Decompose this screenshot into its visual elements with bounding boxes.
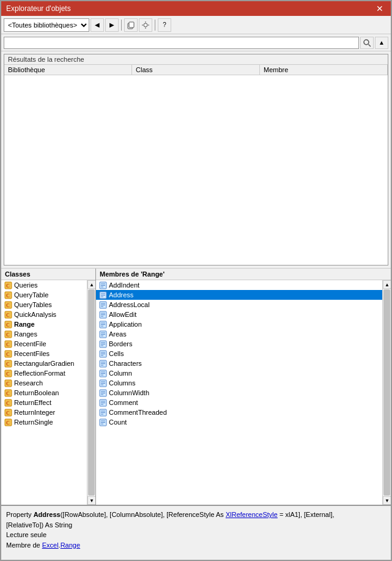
classes-header: Classes: [1, 269, 95, 280]
class-list-item[interactable]: C ReturnEffect: [1, 398, 87, 407]
class-icon: C: [4, 418, 12, 426]
member-list-item[interactable]: Characters: [96, 359, 382, 368]
class-list-item[interactable]: C Range: [1, 319, 87, 329]
member-list-item[interactable]: Columns: [96, 378, 382, 388]
toolbar-row-1: <Toutes bibliothèques>ExcelVBA ◀ ▶ ?: [1, 16, 391, 34]
col-header-library: Bibliothèque: [4, 65, 132, 75]
col-header-class: Class: [132, 65, 260, 75]
class-icon: C: [4, 408, 12, 417]
members-scroll-wrapper: AddIndent Address AddressLocal AllowEdit…: [96, 280, 391, 505]
member-label: ColumnWidth: [109, 389, 149, 396]
member-icon: [98, 291, 107, 299]
class-icon: C: [4, 349, 12, 358]
class-list-item[interactable]: C QuickAnalysis: [1, 310, 87, 319]
members-scroll-up[interactable]: ▲: [383, 280, 391, 289]
class-list-item[interactable]: C RecentFiles: [1, 349, 87, 359]
class-icon: C: [4, 281, 12, 289]
library-dropdown[interactable]: <Toutes bibliothèques>ExcelVBA: [4, 18, 89, 32]
help-button[interactable]: ?: [158, 18, 171, 32]
svg-text:C: C: [6, 411, 10, 416]
member-list-item[interactable]: CommentThreaded: [96, 407, 382, 417]
search-input[interactable]: [4, 37, 359, 49]
svg-text:C: C: [6, 303, 10, 308]
member-list-item[interactable]: AddressLocal: [96, 300, 382, 310]
property-line1b: [RelativeTo]) As String: [6, 520, 386, 530]
separator-1: [121, 20, 122, 31]
member-icon: [98, 359, 107, 368]
member-list-item[interactable]: Address: [96, 290, 382, 300]
class-icon: C: [4, 359, 12, 368]
forward-button[interactable]: ▶: [105, 18, 119, 32]
classes-list: C Queries C QueryTable C QueryTables C Q…: [1, 280, 87, 505]
class-list-item[interactable]: C ReturnSingle: [1, 417, 87, 427]
member-icon: [98, 379, 107, 387]
class-list-item[interactable]: C Ranges: [1, 329, 87, 339]
member-list-item[interactable]: Application: [96, 319, 382, 329]
member-label: Areas: [109, 330, 127, 338]
member-list-item[interactable]: Column: [96, 368, 382, 378]
classes-scroll-down[interactable]: ▼: [87, 496, 95, 505]
class-list-item[interactable]: C ReflectionFormat: [1, 368, 87, 378]
range-link[interactable]: Range: [61, 541, 80, 549]
members-scrollbar[interactable]: ▲ ▼: [382, 280, 391, 505]
class-list-item[interactable]: C QueryTables: [1, 300, 87, 310]
search-icon: [363, 39, 371, 47]
member-list-item[interactable]: Cells: [96, 349, 382, 359]
member-list-item[interactable]: Count: [96, 417, 382, 427]
members-header: Membres de 'Range': [96, 269, 391, 280]
svg-text:C: C: [6, 391, 10, 396]
property-prefix: Property: [6, 511, 34, 518]
member-list-item[interactable]: AllowEdit: [96, 310, 382, 319]
collapse-button[interactable]: ▲: [375, 37, 388, 49]
member-icon: [98, 330, 107, 338]
member-list-item[interactable]: ColumnWidth: [96, 388, 382, 398]
classes-scroll-wrapper: C Queries C QueryTable C QueryTables C Q…: [1, 280, 95, 505]
class-list-item[interactable]: C ReturnInteger: [1, 407, 87, 417]
close-button[interactable]: ✕: [374, 4, 386, 13]
members-scroll-down[interactable]: ▼: [383, 496, 391, 505]
options-button[interactable]: [139, 18, 152, 32]
property-args2: = xlA1], [External],: [278, 511, 335, 518]
search-row: ▲: [1, 34, 391, 51]
col-header-membre: Membre: [260, 65, 388, 75]
member-label: Application: [109, 321, 142, 328]
member-label: AllowEdit: [109, 311, 136, 318]
class-icon: C: [4, 388, 12, 397]
member-icon: [98, 369, 107, 377]
member-list-item[interactable]: Comment: [96, 398, 382, 407]
title-bar-left: Explorateur d'objets: [6, 4, 71, 13]
members-scroll-thumb[interactable]: [383, 289, 390, 496]
member-label: CommentThreaded: [109, 409, 167, 416]
classes-scroll-thumb[interactable]: [88, 289, 95, 496]
svg-text:C: C: [6, 313, 10, 318]
member-icon: [98, 388, 107, 397]
svg-text:C: C: [6, 322, 10, 328]
member-label: Characters: [109, 360, 142, 367]
class-list-item[interactable]: C RectangularGradien: [1, 359, 87, 368]
class-label: ReturnInteger: [14, 409, 55, 416]
class-list-item[interactable]: C RecentFile: [1, 339, 87, 349]
excel-link[interactable]: Excel: [42, 541, 59, 549]
classes-scroll-up[interactable]: ▲: [87, 280, 95, 289]
member-label: AddressLocal: [109, 301, 150, 308]
object-explorer-window: Explorateur d'objets ✕ <Toutes bibliothè…: [0, 0, 392, 561]
member-list-item[interactable]: Borders: [96, 339, 382, 349]
svg-rect-1: [129, 22, 134, 28]
class-list-item[interactable]: C ReturnBoolean: [1, 388, 87, 398]
class-list-item[interactable]: C Research: [1, 378, 87, 388]
xl-reference-style-link[interactable]: XlReferenceStyle: [226, 511, 278, 518]
members-panel: Membres de 'Range' AddIndent Address Add…: [96, 269, 391, 505]
class-list-item[interactable]: C QueryTable: [1, 290, 87, 300]
svg-point-7: [364, 40, 369, 45]
classes-scrollbar[interactable]: ▲ ▼: [87, 280, 95, 505]
copy-button[interactable]: [124, 18, 138, 32]
member-list-item[interactable]: Areas: [96, 329, 382, 339]
back-button[interactable]: ◀: [91, 18, 104, 32]
member-list-item[interactable]: AddIndent: [96, 280, 382, 290]
class-icon: C: [4, 330, 12, 338]
members-list: AddIndent Address AddressLocal AllowEdit…: [96, 280, 382, 505]
member-icon: [98, 340, 107, 348]
class-list-item[interactable]: C Queries: [1, 280, 87, 290]
search-button[interactable]: [360, 37, 374, 49]
property-args1: ([RowAbsolute], [ColumnAbsolute], [Refer…: [61, 511, 226, 518]
